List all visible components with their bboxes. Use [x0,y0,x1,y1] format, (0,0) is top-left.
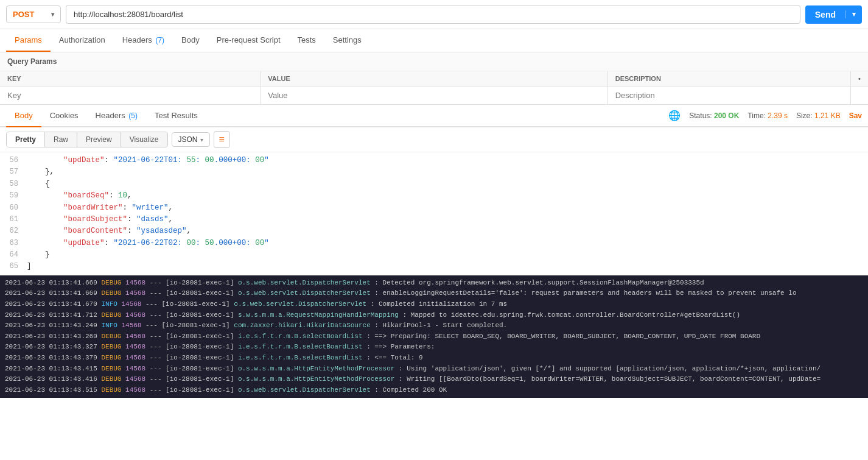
code-line: 57 }, [0,166,868,178]
send-arrow-icon: ▾ [845,10,862,18]
tab-tests[interactable]: Tests [289,29,324,52]
console-line: 2021-06-23 01:13:43.249 INFO 14568 --- [… [5,320,863,331]
response-status-area: 🌐 Status: 200 OK Time: 2.39 s Size: 1.21… [668,110,862,121]
line-number: 58 [5,179,27,190]
status-text: Status: [689,111,714,120]
resp-headers-badge: (5) [128,111,138,120]
code-line: 60 "boardWriter": "writer", [0,202,868,214]
console-line: 2021-06-23 01:13:43.379 DEBUG 14568 --- … [5,353,863,364]
code-line: 61 "boardSubject": "dasds", [0,214,868,225]
line-content: ] [27,261,863,272]
line-number: 64 [5,249,27,261]
line-content: "boardContent": "ysadasdep", [27,225,863,237]
code-line: 65] [0,261,868,272]
col-header-desc: DESCRIPTION [607,71,850,87]
send-label: Send [805,10,845,19]
resp-tab-testresults[interactable]: Test Results [146,105,206,127]
status-label: Status: 200 OK [689,111,739,120]
format-label: JSON [178,135,198,144]
view-tabs: Pretty Raw Preview Visualize [6,132,168,147]
console-line: 2021-06-23 01:13:43.416 DEBUG 14568 --- … [5,374,863,385]
line-number: 56 [5,155,27,166]
col-header-value: VALUE [261,71,607,87]
globe-icon: 🌐 [668,110,681,121]
line-content: "boardSeq": 10, [27,190,863,202]
line-content: "updDate": "2021-06-22T02: 00: 50.000+00… [27,238,863,249]
param-value-input[interactable] [261,87,607,104]
size-label: Size: 1.21 KB [796,111,841,120]
code-line: 56 "updDate": "2021-06-22T01: 55: 00.000… [0,155,868,166]
query-params-title: Query Params [0,52,868,71]
line-number: 65 [5,261,27,272]
console-line: 2021-06-23 01:13:41.669 DEBUG 14568 --- … [5,288,863,299]
method-arrow-icon: ▾ [51,11,54,18]
resp-tab-cookies[interactable]: Cookies [41,105,87,127]
line-content: } [27,249,863,261]
console-line: 2021-06-23 01:13:41.712 DEBUG 14568 --- … [5,310,863,321]
console-line: 2021-06-23 01:13:43.515 DEBUG 14568 --- … [5,385,863,396]
wrap-button[interactable]: ≡ [214,131,230,148]
code-area: 56 "updDate": "2021-06-22T01: 55: 00.000… [0,152,868,275]
params-table: KEY VALUE DESCRIPTION • [0,71,868,105]
tab-headers[interactable]: Headers (7) [114,29,173,52]
time-label: Time: 2.39 s [747,111,788,120]
line-number: 57 [5,166,27,178]
line-number: 61 [5,214,27,225]
size-value: 1.21 KB [814,111,841,120]
code-line: 62 "boardContent": "ysadasdep", [0,225,868,237]
resp-tab-headers[interactable]: Headers (5) [87,105,146,127]
format-select[interactable]: JSON ▾ [172,132,210,147]
line-number: 60 [5,202,27,214]
tab-params[interactable]: Params [6,29,51,52]
line-content: "boardSubject": "dasds", [27,214,863,225]
line-content: }, [27,166,863,178]
line-content: "boardWriter": "writer", [27,202,863,214]
format-bar: Pretty Raw Preview Visualize JSON ▾ ≡ [0,127,868,152]
view-tab-preview[interactable]: Preview [77,132,121,147]
console-line: 2021-06-23 01:13:43.260 DEBUG 14568 --- … [5,331,863,342]
param-dot [850,87,868,105]
method-label: POST [13,10,34,19]
send-button[interactable]: Send ▾ [805,5,862,24]
time-value: 2.39 s [768,111,788,120]
tab-body[interactable]: Body [173,29,208,52]
console-line: 2021-06-23 01:13:41.669 DEBUG 14568 --- … [5,278,863,289]
console-line: 2021-06-23 01:13:41.670 INFO 14568 --- [… [5,299,863,310]
resp-tab-body[interactable]: Body [6,105,41,127]
method-select[interactable]: POST ▾ [6,5,61,23]
code-line: 64 } [0,249,868,261]
headers-badge: (7) [155,36,164,44]
line-number: 62 [5,225,27,237]
line-content: "updDate": "2021-06-22T01: 55: 00.000+00… [27,155,863,166]
tab-settings[interactable]: Settings [324,29,370,52]
line-number: 63 [5,238,27,249]
line-content: { [27,179,863,190]
tab-authorization[interactable]: Authorization [51,29,114,52]
console-line: 2021-06-23 01:13:43.327 DEBUG 14568 --- … [5,342,863,353]
request-tabs: Params Authorization Headers (7) Body Pr… [0,29,868,52]
view-tab-visualize[interactable]: Visualize [121,132,167,147]
line-number: 59 [5,190,27,202]
console-area: 2021-06-23 01:13:41.669 DEBUG 14568 --- … [0,275,868,398]
param-key-input[interactable] [0,87,260,104]
response-tabs: Body Cookies Headers (5) Test Results 🌐 … [0,105,868,127]
col-header-key: KEY [0,71,261,87]
code-line: 58 { [0,179,868,190]
tab-prerequest[interactable]: Pre-request Script [208,29,289,52]
save-button[interactable]: Sav [849,111,862,120]
top-bar: POST ▾ Send ▾ [0,0,868,29]
status-value: 200 OK [714,111,739,120]
param-desc-input[interactable] [608,87,850,104]
console-line: 2021-06-23 01:13:43.415 DEBUG 14568 --- … [5,364,863,375]
format-arrow-icon: ▾ [200,136,203,143]
code-line: 63 "updDate": "2021-06-22T02: 00: 50.000… [0,238,868,249]
code-line: 59 "boardSeq": 10, [0,190,868,202]
url-input[interactable] [66,5,800,24]
view-tab-raw[interactable]: Raw [45,132,77,147]
view-tab-pretty[interactable]: Pretty [7,132,45,147]
params-row-empty [0,87,868,105]
col-header-dot: • [850,71,868,87]
